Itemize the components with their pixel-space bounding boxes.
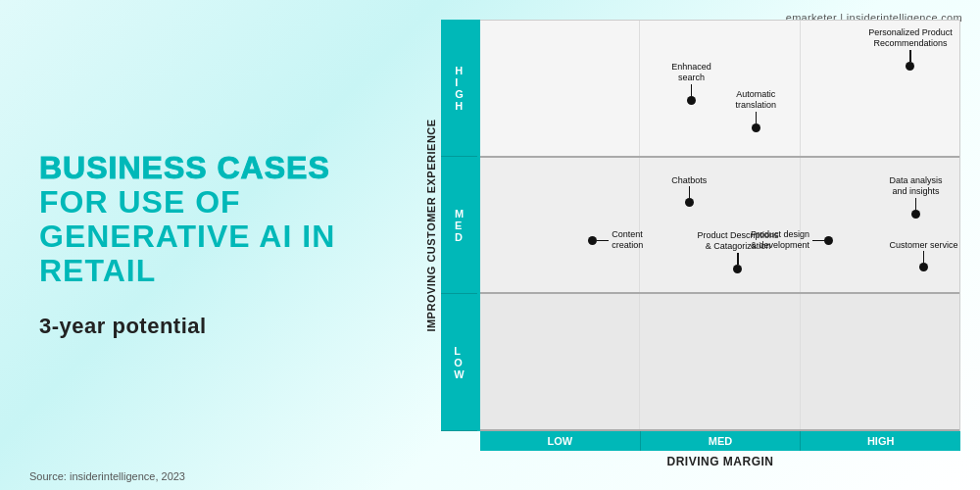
x-axis-container: LOW MED HIGH	[421, 431, 960, 451]
right-panel: Improving Customer Experience HIGH MED L…	[421, 10, 980, 480]
y-label-low: LOW	[441, 294, 477, 431]
cell-low-low	[480, 294, 640, 429]
title-line3: GENERATIVE AI IN RETAIL	[39, 220, 392, 288]
data-point: Data analysisand insights	[889, 175, 942, 219]
data-point: Product Descriptions& Catagorization	[697, 230, 778, 273]
data-point: Automatictranslation	[736, 89, 777, 132]
left-panel: BUSINESS CASES FOR USE OF GENERATIVE AI …	[0, 10, 421, 480]
y-label-high: HIGH	[441, 20, 477, 157]
y-axis-label-container: Improving Customer Experience	[421, 20, 441, 431]
cell-high-med	[640, 21, 800, 156]
x-axis-labels: LOW MED HIGH	[480, 431, 960, 451]
data-point: Enhnacedsearch	[671, 62, 711, 105]
cell-low-high	[801, 294, 959, 429]
cell-high-low	[480, 21, 640, 156]
chart-area: Improving Customer Experience HIGH MED L…	[421, 20, 960, 431]
grid-container: EnhnacedsearchPersonalized ProductRecomm…	[480, 20, 960, 431]
data-point: Chatbots	[671, 175, 707, 207]
grid-row-low	[480, 294, 959, 431]
data-point: Personalized ProductRecommendations	[868, 27, 953, 71]
cell-med-low	[480, 158, 640, 293]
x-label-med: MED	[641, 431, 802, 451]
title-block: BUSINESS CASES FOR USE OF GENERATIVE AI …	[39, 151, 392, 289]
subtitle: 3-year potential	[39, 314, 392, 339]
x-label-low: LOW	[480, 431, 641, 451]
y-rows-container: HIGH MED LOW	[441, 20, 480, 431]
title-line2: FOR USE OF	[39, 185, 392, 220]
cell-low-med	[640, 294, 800, 429]
y-axis-label: Improving Customer Experience	[425, 119, 437, 331]
data-point: Customer service	[889, 240, 957, 271]
x-label-high: HIGH	[801, 431, 960, 451]
title-line1: BUSINESS CASES	[39, 151, 392, 185]
data-point: Contentcreation	[588, 229, 643, 252]
source: Source: insiderintelligence, 2023	[29, 470, 185, 482]
y-label-med: MED	[441, 157, 477, 294]
x-axis-title: Driving Margin	[421, 451, 960, 470]
grid-row-med	[480, 158, 959, 295]
